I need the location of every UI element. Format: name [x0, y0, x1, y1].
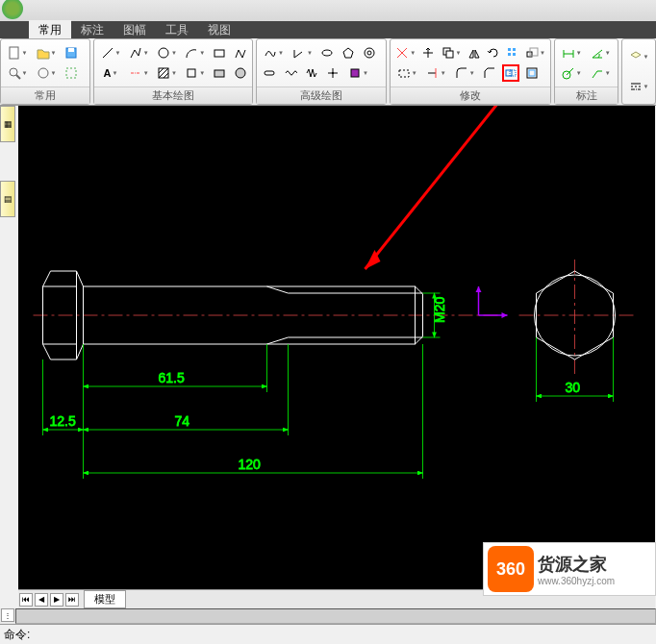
svg-rect-32 — [513, 48, 516, 51]
sheet-tab-model[interactable]: 模型 — [84, 590, 126, 608]
polyline-icon[interactable] — [232, 44, 249, 62]
menu-annotate[interactable]: 标注 — [71, 20, 114, 40]
svg-rect-37 — [399, 70, 409, 77]
arc-icon[interactable]: ▼ — [183, 44, 207, 62]
app-logo-icon — [2, 0, 23, 19]
svg-rect-15 — [188, 69, 195, 77]
stretch-icon[interactable] — [502, 64, 519, 82]
layer-icon[interactable]: ▼ — [626, 48, 651, 65]
spline-icon[interactable]: ▼ — [261, 44, 286, 62]
svg-point-5 — [38, 68, 48, 78]
line-icon[interactable]: ▼ — [98, 44, 122, 62]
region-icon[interactable] — [211, 64, 228, 82]
svg-rect-40 — [506, 70, 512, 76]
panel-title-adv: 高级绘图 — [257, 87, 386, 104]
svg-point-3 — [10, 68, 17, 76]
pattern-icon[interactable]: ▼ — [183, 64, 207, 82]
svg-rect-6 — [66, 68, 76, 78]
svg-rect-26 — [351, 69, 359, 77]
command-line[interactable]: 命令: — [0, 624, 656, 644]
svg-line-12 — [159, 68, 164, 73]
select-icon[interactable] — [63, 64, 80, 82]
erase-icon[interactable]: ▼ — [394, 44, 416, 62]
horizontal-scrollbar[interactable]: ⋮ — [0, 608, 656, 624]
menu-tools[interactable]: 工具 — [156, 20, 198, 40]
zoom-icon[interactable]: ▼ — [5, 64, 30, 82]
svg-point-17 — [236, 68, 245, 78]
scale-icon[interactable]: ▼ — [524, 44, 546, 62]
svg-rect-31 — [508, 48, 511, 51]
menu-view[interactable]: 视图 — [198, 20, 240, 40]
svg-text:74: 74 — [175, 413, 190, 429]
left-tool-1[interactable]: ▦ — [0, 106, 15, 142]
hatch-icon[interactable]: ▼ — [155, 64, 179, 82]
svg-text:120: 120 — [239, 457, 262, 472]
svg-point-8 — [159, 48, 168, 58]
offset-icon[interactable] — [523, 64, 541, 82]
move-icon[interactable] — [420, 44, 436, 62]
point-icon[interactable] — [324, 64, 341, 82]
pan-icon[interactable]: ▼ — [34, 64, 59, 82]
panel-dim: ▼ ▼ ▼ ▼ 标注 — [554, 38, 618, 105]
svg-marker-72 — [502, 312, 508, 318]
pline-icon[interactable]: ▼ — [127, 44, 151, 62]
circle-icon[interactable]: ▼ — [155, 44, 179, 62]
scroll-grip-icon[interactable]: ⋮ — [1, 608, 14, 622]
wave-icon[interactable] — [282, 64, 299, 82]
svg-text:30: 30 — [566, 380, 581, 395]
svg-line-52 — [366, 106, 519, 269]
text-icon[interactable]: A▼ — [98, 64, 122, 82]
trim-icon[interactable]: ▼ — [394, 64, 419, 82]
zigzag-icon[interactable] — [303, 64, 320, 82]
copy-icon[interactable]: ▼ — [440, 44, 462, 62]
svg-text:61.5: 61.5 — [159, 370, 185, 385]
radius-dim-icon[interactable]: ▼ — [559, 64, 584, 82]
centerline-icon[interactable]: ▼ — [127, 64, 151, 82]
open-file-icon[interactable]: ▼ — [34, 44, 59, 62]
drawing-canvas[interactable]: M20 61.5 12.5 74 120 30 — [18, 106, 655, 589]
fillet-icon[interactable]: ▼ — [452, 64, 477, 82]
menu-sheet[interactable]: 图幅 — [114, 20, 156, 40]
svg-rect-9 — [214, 50, 224, 57]
polygon-icon[interactable] — [340, 44, 357, 62]
left-tool-2[interactable]: ▤ — [0, 181, 15, 217]
boundary-icon[interactable] — [232, 64, 249, 82]
svg-line-14 — [164, 73, 168, 78]
menu-common[interactable]: 常用 — [29, 20, 71, 40]
svg-line-66 — [267, 337, 289, 344]
array-icon[interactable] — [505, 44, 520, 62]
new-file-icon[interactable]: ▼ — [5, 44, 30, 62]
tab-nav-last[interactable]: ⏭ — [65, 593, 79, 607]
chamfer-icon[interactable] — [481, 64, 498, 82]
donut-icon[interactable] — [361, 44, 378, 62]
tab-nav-next[interactable]: ▶ — [50, 593, 63, 607]
angle-icon[interactable]: ▼ — [290, 44, 315, 62]
block-icon[interactable]: ▼ — [345, 64, 370, 82]
watermark-title: 货源之家 — [538, 553, 615, 576]
save-icon[interactable] — [63, 44, 80, 62]
linetype-icon[interactable]: ▼ — [626, 78, 651, 95]
watermark-badge: 360 — [488, 546, 534, 592]
angle-dim-icon[interactable]: ▼ — [588, 44, 613, 62]
rect-icon[interactable] — [211, 44, 228, 62]
panel-title-basic: 基本绘图 — [94, 87, 252, 104]
svg-point-18 — [322, 50, 332, 56]
linear-dim-icon[interactable]: ▼ — [559, 44, 584, 62]
svg-line-60 — [77, 344, 84, 359]
ribbon: ▼ ▼ ▼ ▼ 常用 ▼ ▼ ▼ ▼ A▼ ▼ — [0, 38, 656, 106]
mirror-icon[interactable] — [467, 44, 482, 62]
ellipse-icon[interactable] — [318, 44, 336, 62]
rotate-icon[interactable] — [486, 44, 501, 62]
extend-icon[interactable]: ▼ — [423, 64, 448, 82]
slot-icon[interactable] — [261, 64, 278, 82]
svg-text:M20: M20 — [432, 297, 447, 323]
menubar: 常用 标注 图幅 工具 视图 — [0, 21, 656, 38]
panel-basic-draw: ▼ ▼ ▼ ▼ A▼ ▼ ▼ ▼ 基本绘图 — [93, 38, 253, 105]
svg-rect-22 — [265, 71, 274, 75]
svg-rect-34 — [513, 53, 516, 56]
panel-title-modify: 修改 — [391, 87, 550, 104]
tab-nav-first[interactable]: ⏮ — [19, 593, 33, 607]
tab-nav-prev[interactable]: ◀ — [35, 593, 48, 607]
svg-marker-19 — [343, 48, 353, 58]
leader-dim-icon[interactable]: ▼ — [588, 64, 613, 82]
